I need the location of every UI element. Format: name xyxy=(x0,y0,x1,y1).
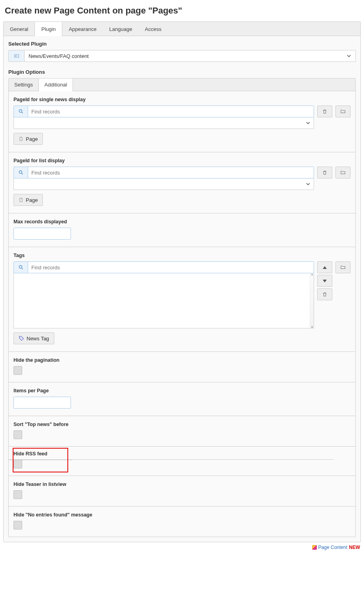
plugin-type-icon xyxy=(9,50,25,61)
hide-no-entries-label: Hide "No entries found" message xyxy=(13,512,351,518)
field-hide-no-entries: Hide "No entries found" message xyxy=(9,507,355,537)
trash-icon xyxy=(322,291,328,297)
folder-icon xyxy=(340,109,346,114)
svg-point-9 xyxy=(20,337,21,338)
main-panel: General Plugin Appearance Language Acces… xyxy=(3,21,361,542)
plugin-options-panel: Plugin Options Settings Additional PageI… xyxy=(8,69,356,537)
svg-line-4 xyxy=(21,112,23,113)
tab-appearance[interactable]: Appearance xyxy=(62,22,103,36)
tag-icon xyxy=(19,336,24,341)
field-items-per-page: Items per Page xyxy=(9,382,355,416)
triangle-up-icon xyxy=(323,266,327,269)
tags-delete-button[interactable] xyxy=(317,288,332,300)
svg-point-7 xyxy=(19,265,22,268)
single-news-delete-button[interactable] xyxy=(317,106,332,117)
page-icon xyxy=(19,136,23,142)
hide-pagination-checkbox[interactable] xyxy=(13,366,22,375)
hide-rss-label: Hide RSS feed xyxy=(13,451,351,457)
hide-teaser-checkbox[interactable] xyxy=(13,490,22,499)
page-button-label: Page xyxy=(26,197,38,203)
footer-link[interactable]: Page Content xyxy=(318,545,347,550)
plugin-options-label: Plugin Options xyxy=(8,69,356,75)
tags-find-input[interactable] xyxy=(28,262,314,273)
field-sort-top-news: Sort "Top news" before xyxy=(9,416,355,447)
list-browse-button[interactable] xyxy=(335,167,351,178)
tags-listbox[interactable] xyxy=(13,273,314,328)
single-news-pageid-label: PageId for single news display xyxy=(13,97,351,102)
folder-icon xyxy=(340,170,346,175)
items-per-page-label: Items per Page xyxy=(13,388,351,393)
sort-top-news-label: Sort "Top news" before xyxy=(13,422,351,427)
news-tag-label: News Tag xyxy=(27,336,49,342)
list-find-input[interactable] xyxy=(28,167,314,178)
news-tag-button[interactable]: News Tag xyxy=(13,332,54,344)
chevron-down-icon xyxy=(306,121,310,125)
single-news-find-input[interactable] xyxy=(28,106,314,117)
field-hide-teaser: Hide Teaser in listview xyxy=(9,476,355,507)
single-news-page-button[interactable]: Page xyxy=(13,133,43,145)
max-records-label: Max records displayed xyxy=(13,219,351,225)
tab-access[interactable]: Access xyxy=(138,22,168,36)
max-records-input[interactable] xyxy=(13,228,71,240)
sort-top-news-checkbox[interactable] xyxy=(13,430,22,439)
tab-general[interactable]: General xyxy=(4,22,34,36)
single-news-record-selector xyxy=(13,106,314,129)
plugin-tab-content: Selected Plugin News/Events/FAQ content … xyxy=(4,36,360,542)
list-dropdown[interactable] xyxy=(13,178,314,190)
items-per-page-input[interactable] xyxy=(13,397,71,409)
tab-language[interactable]: Language xyxy=(103,22,139,36)
field-list-pageid: PageId for list display xyxy=(9,152,355,213)
chevron-down-icon xyxy=(343,50,355,61)
tab-plugin[interactable]: Plugin xyxy=(34,22,62,36)
inner-tab-settings[interactable]: Settings xyxy=(9,79,39,91)
selected-plugin-label: Selected Plugin xyxy=(8,41,356,47)
tags-label: Tags xyxy=(13,253,351,258)
trash-icon xyxy=(322,108,328,115)
page-title: Create new Page Content on page "Pages" xyxy=(5,6,361,16)
field-hide-rss: Hide RSS feed xyxy=(9,445,355,476)
search-icon xyxy=(14,262,28,273)
list-record-selector xyxy=(13,167,314,190)
tags-move-down-button[interactable] xyxy=(317,275,332,287)
footer-status: Page Content NEW xyxy=(3,545,360,550)
search-icon xyxy=(14,106,28,117)
page-icon xyxy=(19,197,23,203)
list-page-button[interactable]: Page xyxy=(13,194,43,206)
field-tags: Tags xyxy=(9,247,355,352)
footer-new-badge: NEW xyxy=(349,545,360,550)
svg-point-5 xyxy=(19,171,22,173)
svg-point-3 xyxy=(19,109,22,112)
triangle-down-icon xyxy=(323,280,327,282)
chevron-down-icon xyxy=(306,182,310,186)
field-max-records: Max records displayed xyxy=(9,213,355,247)
plugin-select[interactable]: News/Events/FAQ content xyxy=(8,50,356,62)
search-icon xyxy=(14,167,28,178)
hide-rss-checkbox[interactable] xyxy=(13,460,22,468)
top-tab-bar: General Plugin Appearance Language Acces… xyxy=(4,22,360,36)
hide-pagination-label: Hide the pagination xyxy=(13,357,351,363)
field-single-news-pageid: PageId for single news display xyxy=(9,91,355,152)
scrollbar[interactable] xyxy=(310,273,314,328)
tags-move-up-button[interactable] xyxy=(317,261,332,273)
page-button-label: Page xyxy=(26,136,38,142)
list-pageid-label: PageId for list display xyxy=(13,158,351,163)
hide-no-entries-checkbox[interactable] xyxy=(13,521,22,530)
list-delete-button[interactable] xyxy=(317,167,332,178)
svg-line-8 xyxy=(21,268,23,269)
plugin-select-value: News/Events/FAQ content xyxy=(25,50,343,61)
svg-rect-0 xyxy=(14,55,19,58)
hide-teaser-label: Hide Teaser in listview xyxy=(13,482,351,487)
single-news-dropdown[interactable] xyxy=(13,117,314,129)
field-hide-pagination: Hide the pagination xyxy=(9,352,355,382)
inner-tab-content: PageId for single news display xyxy=(8,91,356,537)
inner-tab-bar: Settings Additional xyxy=(8,78,356,91)
svg-line-6 xyxy=(21,173,23,175)
single-news-browse-button[interactable] xyxy=(335,106,351,117)
content-type-icon xyxy=(312,545,317,550)
trash-icon xyxy=(322,169,328,176)
folder-icon xyxy=(340,265,346,270)
inner-tab-additional[interactable]: Additional xyxy=(39,79,73,91)
tags-browse-button[interactable] xyxy=(335,261,351,273)
